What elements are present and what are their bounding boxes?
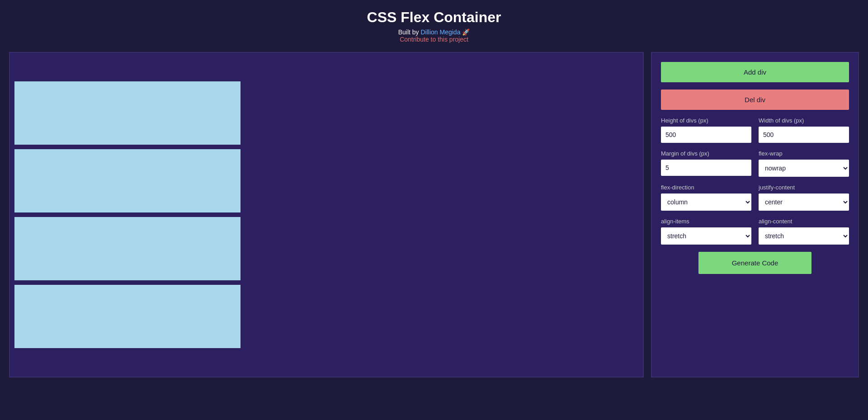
author-link[interactable]: Dillion Megida 🚀 bbox=[420, 28, 470, 36]
flex-direction-select[interactable]: row row-reverse column column-reverse bbox=[661, 193, 751, 211]
flex-wrap-group: flex-wrap nowrap wrap wrap-reverse bbox=[759, 150, 849, 177]
del-div-button[interactable]: Del div bbox=[661, 90, 849, 110]
margin-group: Margin of divs (px) bbox=[661, 150, 751, 177]
flex-div-item bbox=[14, 285, 241, 348]
align-items-select[interactable]: flex-start flex-end center stretch basel… bbox=[661, 227, 751, 245]
flex-div-item bbox=[14, 217, 241, 280]
width-input[interactable] bbox=[759, 127, 849, 143]
flex-wrap-label: flex-wrap bbox=[759, 150, 849, 157]
add-div-button[interactable]: Add div bbox=[661, 62, 849, 82]
margin-flexwrap-row: Margin of divs (px) flex-wrap nowrap wra… bbox=[661, 150, 849, 177]
justify-content-label: justify-content bbox=[759, 184, 849, 191]
justify-content-select[interactable]: flex-start flex-end center space-between… bbox=[759, 193, 849, 211]
flex-preview-container bbox=[12, 55, 641, 374]
align-content-group: align-content flex-start flex-end center… bbox=[759, 218, 849, 245]
justify-content-group: justify-content flex-start flex-end cent… bbox=[759, 184, 849, 211]
width-label: Width of divs (px) bbox=[759, 117, 849, 124]
contribute-link[interactable]: Contribute to this project bbox=[9, 36, 859, 43]
height-label: Height of divs (px) bbox=[661, 117, 751, 124]
align-items-content-row: align-items flex-start flex-end center s… bbox=[661, 218, 849, 245]
height-group: Height of divs (px) bbox=[661, 117, 751, 143]
align-items-group: align-items flex-start flex-end center s… bbox=[661, 218, 751, 245]
page-title: CSS Flex Container bbox=[9, 9, 859, 26]
width-group: Width of divs (px) bbox=[759, 117, 849, 143]
controls-panel: Add div Del div Height of divs (px) Widt… bbox=[651, 52, 859, 378]
main-layout: Add div Del div Height of divs (px) Widt… bbox=[9, 52, 859, 378]
align-content-select[interactable]: flex-start flex-end center stretch space… bbox=[759, 227, 849, 245]
page-header: CSS Flex Container Built by Dillion Megi… bbox=[9, 9, 859, 43]
align-content-label: align-content bbox=[759, 218, 849, 225]
margin-label: Margin of divs (px) bbox=[661, 150, 751, 157]
flex-direction-group: flex-direction row row-reverse column co… bbox=[661, 184, 751, 211]
flex-wrap-select[interactable]: nowrap wrap wrap-reverse bbox=[759, 160, 849, 177]
generate-code-button[interactable]: Generate Code bbox=[698, 252, 811, 274]
built-by-line: Built by Dillion Megida 🚀 bbox=[9, 28, 859, 36]
flex-div-item bbox=[14, 149, 241, 212]
direction-justify-row: flex-direction row row-reverse column co… bbox=[661, 184, 849, 211]
flex-div-item bbox=[14, 81, 241, 145]
height-width-row: Height of divs (px) Width of divs (px) bbox=[661, 117, 849, 143]
align-items-label: align-items bbox=[661, 218, 751, 225]
margin-input[interactable] bbox=[661, 160, 751, 176]
built-by-prefix: Built by bbox=[398, 28, 421, 36]
preview-panel bbox=[9, 52, 644, 378]
height-input[interactable] bbox=[661, 127, 751, 143]
flex-direction-label: flex-direction bbox=[661, 184, 751, 191]
